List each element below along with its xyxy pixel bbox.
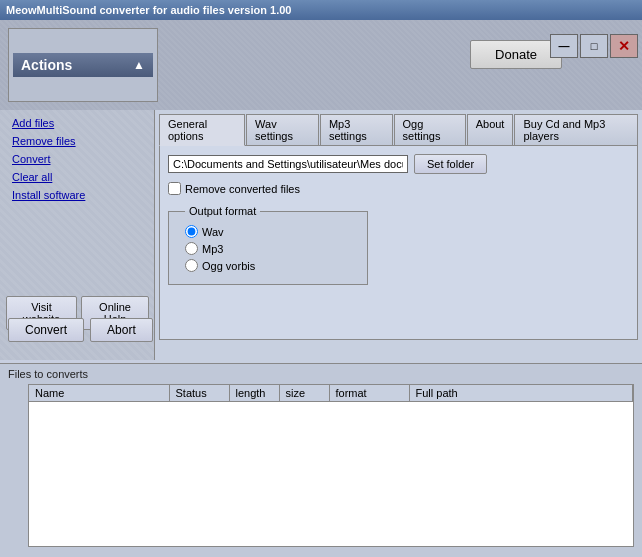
col-status: Status xyxy=(169,385,229,402)
format-ogg-radio[interactable] xyxy=(185,259,198,272)
tab-general[interactable]: General options xyxy=(159,114,245,146)
folder-path-input[interactable] xyxy=(168,155,408,173)
col-length: length xyxy=(229,385,279,402)
abort-button[interactable]: Abort xyxy=(90,318,153,342)
files-section: Files to converts + − Name Status length… xyxy=(0,363,642,557)
sidebar-item-install-software[interactable]: Install software xyxy=(0,186,154,204)
files-section-label: Files to converts xyxy=(8,368,634,380)
files-table-wrapper: Name Status length size format Full path xyxy=(28,384,634,547)
tabs: General options Wav settings Mp3 setting… xyxy=(159,114,638,146)
tab-content-general: Set folder Remove converted files Output… xyxy=(159,145,638,340)
window-controls: — □ ✕ xyxy=(550,34,638,58)
tab-ogg[interactable]: Ogg settings xyxy=(394,114,466,146)
remove-converted-label: Remove converted files xyxy=(185,183,300,195)
set-folder-button[interactable]: Set folder xyxy=(414,154,487,174)
format-mp3-label: Mp3 xyxy=(202,243,223,255)
format-wav-row: Wav xyxy=(185,225,351,238)
content-area: General options Wav settings Mp3 setting… xyxy=(155,110,642,365)
tab-mp3[interactable]: Mp3 settings xyxy=(320,114,393,146)
col-fullpath: Full path xyxy=(409,385,633,402)
format-mp3-radio[interactable] xyxy=(185,242,198,255)
col-format: format xyxy=(329,385,409,402)
remove-converted-row: Remove converted files xyxy=(168,182,629,195)
top-area: Actions ▲ Donate — □ ✕ xyxy=(0,20,642,110)
actions-label: Actions xyxy=(21,57,72,73)
title-text: MeowMultiSound converter for audio files… xyxy=(6,4,291,16)
format-wav-radio[interactable] xyxy=(185,225,198,238)
remove-converted-checkbox[interactable] xyxy=(168,182,181,195)
format-ogg-row: Ogg vorbis xyxy=(185,259,351,272)
minimize-button[interactable]: — xyxy=(550,34,578,58)
sidebar-item-clear-all[interactable]: Clear all xyxy=(0,168,154,186)
tab-about[interactable]: About xyxy=(467,114,514,146)
col-name: Name xyxy=(29,385,169,402)
chevron-up-icon: ▲ xyxy=(133,58,145,72)
titlebar: MeowMultiSound converter for audio files… xyxy=(0,0,642,20)
output-format-legend: Output format xyxy=(185,205,260,217)
output-format-group: Output format Wav Mp3 Ogg vorbis xyxy=(168,205,368,285)
format-mp3-row: Mp3 xyxy=(185,242,351,255)
files-table: Name Status length size format Full path xyxy=(29,385,633,402)
folder-row: Set folder xyxy=(168,154,629,174)
sidebar-item-add-files[interactable]: Add files xyxy=(0,114,154,132)
close-button[interactable]: ✕ xyxy=(610,34,638,58)
tab-wav[interactable]: Wav settings xyxy=(246,114,319,146)
tab-buy[interactable]: Buy Cd and Mp3 players xyxy=(514,114,638,146)
main-window: Actions ▲ Donate — □ ✕ Add files Remove … xyxy=(0,20,642,557)
convert-button[interactable]: Convert xyxy=(8,318,84,342)
format-wav-label: Wav xyxy=(202,226,224,238)
sidebar-item-convert[interactable]: Convert xyxy=(0,150,154,168)
format-ogg-label: Ogg vorbis xyxy=(202,260,255,272)
actions-header: Actions ▲ xyxy=(13,53,153,77)
actions-panel: Actions ▲ xyxy=(8,28,158,102)
col-size: size xyxy=(279,385,329,402)
action-buttons: Convert Abort xyxy=(8,318,153,342)
maximize-button[interactable]: □ xyxy=(580,34,608,58)
donate-button[interactable]: Donate xyxy=(470,40,562,69)
sidebar-item-remove-files[interactable]: Remove files xyxy=(0,132,154,150)
